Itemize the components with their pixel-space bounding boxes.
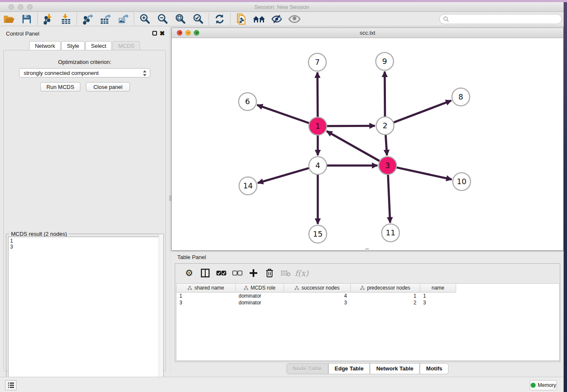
tab-node-table[interactable]: Node Table: [286, 363, 328, 374]
mcds-result-title: MCDS result (2 nodes): [9, 231, 69, 237]
toolbar-separator: [77, 13, 77, 25]
tab-motifs[interactable]: Motifs: [420, 363, 449, 374]
column-header-MCDS-role[interactable]: MCDS role: [236, 284, 284, 293]
control-panel-title: Control Panel: [6, 30, 39, 37]
column-header-name[interactable]: name: [420, 284, 456, 293]
column-header-label: MCDS role: [250, 285, 275, 291]
run-mcds-button[interactable]: Run MCDS: [40, 82, 80, 91]
graph-edge-3-1[interactable]: [327, 131, 380, 161]
node-table[interactable]: shared nameMCDS rolesuccessor nodesprede…: [176, 283, 560, 361]
zoom-fit-button[interactable]: [171, 12, 189, 26]
table-cell[interactable]: 3: [420, 299, 456, 306]
function-builder-button[interactable]: f(x): [294, 266, 310, 280]
close-panel-icon[interactable]: ✖: [160, 31, 165, 36]
table-cell[interactable]: 1: [176, 293, 236, 299]
table-cell[interactable]: 1: [420, 293, 456, 299]
graph-edge-1-2[interactable]: [327, 126, 375, 126]
export-table-button[interactable]: [96, 12, 114, 26]
column-tree-icon: [295, 286, 299, 290]
open-folder-icon: [3, 14, 15, 24]
delete-table-button[interactable]: [278, 266, 294, 280]
tab-edge-table[interactable]: Edge Table: [328, 363, 370, 374]
tab-network[interactable]: Network: [29, 41, 61, 51]
table-row[interactable]: 3dominator323: [176, 299, 559, 306]
graph-node-label-4: 4: [315, 161, 320, 170]
graph-node-label-10: 10: [457, 177, 467, 186]
table-row[interactable]: 1dominator411: [176, 293, 559, 299]
open-session-button[interactable]: [0, 12, 18, 26]
zoom-in-button[interactable]: [136, 12, 154, 26]
table-cell[interactable]: 3: [176, 299, 236, 306]
float-panel-icon[interactable]: [152, 31, 157, 36]
window-titlebar[interactable]: Session: New Session: [0, 2, 564, 12]
export-image-icon: [118, 14, 129, 25]
fx-icon: f(x): [295, 268, 309, 278]
network-window-titlebar[interactable]: × − + scc.txt: [172, 28, 563, 38]
column-header-shared-name[interactable]: shared name: [176, 284, 236, 293]
main-toolbar: [0, 12, 564, 26]
table-cell[interactable]: 3: [284, 299, 351, 306]
zoom-selected-button[interactable]: [189, 12, 207, 26]
tab-select[interactable]: Select: [85, 41, 112, 51]
column-header-predecessor-nodes[interactable]: predecessor nodes: [351, 284, 420, 293]
select-all-columns-button[interactable]: [213, 266, 229, 280]
add-row-button[interactable]: [245, 266, 261, 280]
graph-node-label-2: 2: [383, 121, 387, 130]
column-header-successor-nodes[interactable]: successor nodes: [284, 284, 351, 293]
unchecked-boxes-icon: [232, 271, 242, 276]
graph-edge-4-14[interactable]: [258, 168, 309, 183]
delete-row-button[interactable]: [261, 266, 278, 280]
table-panel: Table Panel ✖ ⚙ f(x): [171, 252, 564, 377]
control-panel-tabs: Network Style Select MCDS: [0, 41, 169, 51]
refresh-layout-button[interactable]: [211, 12, 228, 26]
toolbar-separator: [134, 13, 134, 25]
export-network-icon: [82, 14, 93, 25]
tab-style[interactable]: Style: [61, 41, 85, 51]
table-settings-button[interactable]: ⚙: [181, 266, 197, 280]
table-cell[interactable]: 2: [351, 299, 420, 306]
task-history-button[interactable]: [5, 380, 17, 390]
first-neighbors-button[interactable]: [250, 12, 268, 26]
tab-network-table[interactable]: Network Table: [370, 363, 420, 374]
table-cell[interactable]: dominator: [236, 299, 284, 306]
dropdown-stepper-icon: [142, 70, 147, 77]
search-field[interactable]: [439, 14, 562, 24]
graph-edge-2-3[interactable]: [385, 135, 387, 155]
network-graph[interactable]: 7968124314101511: [172, 38, 563, 250]
graph-edge-1-6[interactable]: [257, 105, 309, 123]
graph-edge-2-8[interactable]: [394, 101, 451, 123]
memory-button[interactable]: Memory: [530, 380, 557, 390]
mcds-result-text[interactable]: 1 3: [8, 237, 162, 391]
network-canvas[interactable]: 7968124314101511: [172, 38, 563, 250]
export-network-button[interactable]: [79, 12, 96, 26]
graph-edge-1-7[interactable]: [317, 72, 318, 117]
table-cell[interactable]: 1: [351, 293, 420, 299]
result-scrollbar[interactable]: [159, 234, 163, 392]
refresh-icon: [214, 14, 225, 25]
criterion-dropdown[interactable]: strongly connected component: [19, 68, 150, 77]
deselect-all-columns-button[interactable]: [229, 266, 245, 280]
graph-node-label-6: 6: [245, 97, 250, 106]
export-image-button[interactable]: [114, 12, 132, 26]
show-all-button[interactable]: [286, 12, 303, 26]
import-network-button[interactable]: [39, 12, 57, 26]
search-input[interactable]: [449, 15, 561, 23]
graph-edge-3-10[interactable]: [396, 168, 451, 179]
save-session-button[interactable]: [18, 12, 36, 26]
network-resize-grip[interactable]: [366, 248, 369, 251]
eye-icon: [288, 14, 301, 24]
table-cell[interactable]: 4: [284, 293, 351, 299]
graph-edge-2-9[interactable]: [385, 72, 385, 116]
close-panel-button[interactable]: Close panel: [86, 82, 130, 91]
zoom-out-button[interactable]: [154, 12, 171, 26]
graph-edge-3-11[interactable]: [388, 175, 390, 223]
tab-mcds[interactable]: MCDS: [113, 41, 140, 51]
desktop-background-right: [564, 2, 567, 392]
hide-selected-button[interactable]: [268, 12, 286, 26]
table-cell[interactable]: dominator: [236, 293, 284, 299]
show-columns-button[interactable]: [197, 266, 213, 280]
columns-icon: [201, 268, 210, 278]
criterion-dropdown-value: strongly connected component: [24, 70, 99, 76]
clone-network-button[interactable]: [232, 12, 250, 26]
import-table-button[interactable]: [57, 12, 75, 26]
